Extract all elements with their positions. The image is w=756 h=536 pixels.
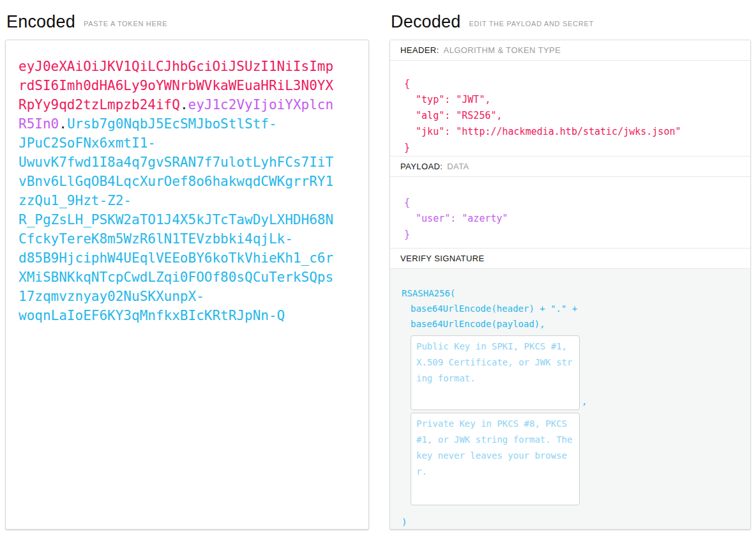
jwt-debugger: Encoded PASTE A TOKEN HERE eyJ0eXAiOiJKV… (0, 0, 756, 530)
signature-comma: , (582, 394, 587, 410)
decoded-title: Decoded (391, 12, 460, 32)
encoded-panel-head: Encoded PASTE A TOKEN HERE (5, 4, 369, 40)
payload-label: PAYLOAD: (400, 162, 442, 171)
jwt-token-text: eyJ0eXAiOiJKV1QiLCJhbGciOiJSUzI1NiIsImpr… (19, 57, 338, 325)
verify-signature-label: VERIFY SIGNATURE (400, 254, 485, 263)
signature-algorithm-line: RSASHA256( (402, 286, 737, 301)
token-separator-1: . (180, 97, 188, 112)
header-label-hint: ALGORITHM & TOKEN TYPE (444, 45, 561, 55)
header-label: HEADER: (400, 45, 439, 55)
token-signature-segment: Ursb7g0NqbJ5EcSMJboStlStf-JPuC2SoFNx6xmt… (19, 116, 333, 323)
decoded-panel: HEADER: ALGORITHM & TOKEN TYPE { "typ": … (389, 40, 751, 530)
encoded-title: Encoded (6, 12, 75, 32)
signature-section: RSASHA256( base64UrlEncode(header) + "."… (390, 269, 750, 530)
payload-section-label: PAYLOAD: DATA (390, 157, 750, 177)
public-key-input[interactable] (411, 335, 580, 410)
header-json-editor[interactable]: { "typ": "JWT", "alg": "RS256", "jku": "… (390, 61, 750, 157)
header-section-label: HEADER: ALGORITHM & TOKEN TYPE (390, 40, 750, 61)
signature-section-label: VERIFY SIGNATURE (390, 249, 750, 269)
private-key-input[interactable] (411, 413, 580, 505)
public-key-row: , (402, 332, 737, 410)
encoded-subtitle: PASTE A TOKEN HERE (84, 20, 167, 27)
decoded-panel-head: Decoded EDIT THE PAYLOAD AND SECRET (389, 4, 751, 40)
encoded-token-editor[interactable]: eyJ0eXAiOiJKV1QiLCJhbGciOiJSUzI1NiIsImpr… (5, 40, 369, 530)
signature-closing-paren: ) (402, 514, 737, 530)
payload-label-hint: DATA (447, 162, 469, 171)
decoded-column: Decoded EDIT THE PAYLOAD AND SECRET HEAD… (389, 4, 751, 530)
payload-json-editor[interactable]: { "user": "azerty" } (390, 177, 750, 249)
decoded-subtitle: EDIT THE PAYLOAD AND SECRET (469, 20, 593, 27)
signature-encode-payload-line: base64UrlEncode(payload), (411, 316, 737, 332)
signature-encode-header-line: base64UrlEncode(header) + "." + (411, 301, 737, 316)
token-separator-2: . (59, 116, 67, 132)
encoded-column: Encoded PASTE A TOKEN HERE eyJ0eXAiOiJKV… (5, 4, 369, 530)
